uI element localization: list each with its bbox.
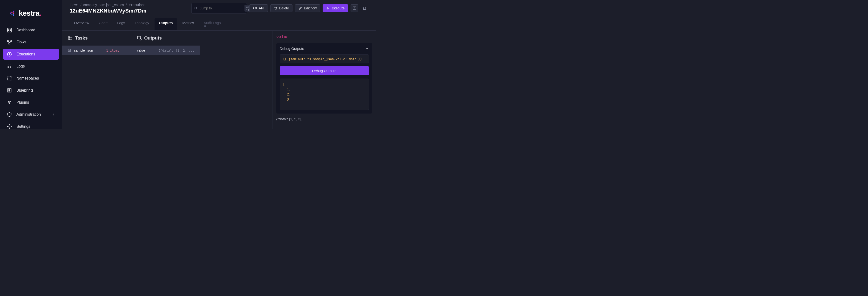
chevron-right-icon	[52, 113, 55, 116]
raw-output: {"data": [1, 2, 3]}	[276, 117, 372, 121]
nav-administration[interactable]: Administration	[3, 109, 59, 120]
pencil-icon	[299, 6, 302, 10]
task-icon	[68, 49, 71, 52]
tab-outputs[interactable]: Outputs	[155, 18, 177, 30]
administration-icon	[7, 112, 12, 117]
tab-gantt[interactable]: Gantt	[94, 18, 112, 30]
edit-flow-button[interactable]: Edit flow	[295, 4, 320, 12]
nav-label: Executions	[17, 52, 35, 56]
nav-label: Settings	[17, 124, 30, 129]
breadcrumb-namespace[interactable]: company.team.json_values	[83, 3, 124, 7]
blueprints-icon	[7, 88, 12, 93]
nav-label: Dashboard	[17, 28, 35, 32]
trash-icon	[274, 6, 277, 10]
nav: Dashboard Flows Executions Logs	[0, 25, 62, 129]
button-label: Edit flow	[304, 6, 317, 10]
nav-settings[interactable]: Settings	[3, 121, 59, 129]
nav-label: Namespaces	[17, 76, 39, 80]
output-value: {"data": [1, 2, ...	[158, 49, 194, 52]
nav-blueprints[interactable]: Blueprints	[3, 85, 59, 96]
svg-rect-11	[10, 40, 11, 42]
svg-rect-20	[68, 39, 70, 40]
svg-rect-19	[68, 37, 70, 38]
breadcrumb: Flows / company.team.json_values / Execu…	[70, 3, 146, 7]
debug-panel: value Debug Outputs Debug Outputs [ 1, 2…	[273, 31, 376, 129]
nav-flows[interactable]: Flows	[3, 37, 59, 48]
nav-label: Administration	[17, 112, 41, 117]
expression-input[interactable]	[280, 55, 369, 63]
jump-to-search[interactable]: Ctrl/Cmd + K	[191, 3, 247, 13]
outputs-column: Outputs value {"data": [1, 2, ...	[131, 31, 200, 129]
svg-rect-3	[13, 10, 14, 12]
debug-title: value	[276, 34, 372, 39]
main: Flows / company.team.json_values / Execu…	[62, 0, 376, 129]
tab-overview[interactable]: Overview	[70, 18, 94, 30]
tab-audit-logs: Audit Logs	[199, 18, 227, 30]
debug-outputs-button[interactable]: Debug Outputs	[280, 66, 369, 75]
svg-rect-6	[7, 28, 9, 30]
search-input[interactable]	[200, 6, 242, 10]
api-button[interactable]: API API	[249, 4, 268, 12]
task-count: 1 items	[106, 49, 119, 52]
debug-card: Debug Outputs Debug Outputs [ 1, 2, 3 ]	[276, 43, 372, 113]
svg-rect-14	[8, 77, 11, 80]
tasks-header: Tasks	[62, 31, 131, 45]
chevron-right-icon	[122, 49, 125, 52]
output-row[interactable]: value {"data": [1, 2, ...	[131, 45, 200, 55]
tab-metrics[interactable]: Metrics	[178, 18, 198, 30]
svg-rect-7	[10, 28, 11, 30]
flows-icon	[7, 39, 12, 45]
debug-result: [ 1, 2, 3 ]	[280, 78, 369, 110]
nav-label: Logs	[17, 64, 25, 68]
help-icon	[352, 6, 356, 10]
nav-namespaces[interactable]: Namespaces	[3, 73, 59, 84]
delete-button[interactable]: Delete	[270, 4, 292, 12]
svg-rect-12	[9, 43, 10, 44]
nav-plugins[interactable]: Plugins	[3, 97, 59, 108]
help-button[interactable]	[350, 4, 358, 12]
debug-card-header[interactable]: Debug Outputs	[280, 46, 369, 51]
button-label: API	[259, 6, 264, 10]
bell-icon	[362, 6, 367, 10]
outputs-header: Outputs	[131, 31, 200, 45]
execution-id: 12uE64MNZKNbuWVySmi7Dm	[70, 8, 146, 14]
tab-topology[interactable]: Topology	[130, 18, 154, 30]
plugins-icon	[7, 100, 12, 105]
logo-icon	[10, 10, 17, 16]
output-key: value	[137, 48, 145, 52]
spacer-column	[200, 31, 273, 129]
svg-rect-8	[7, 31, 9, 32]
logo: kestra.	[0, 9, 62, 25]
svg-point-16	[9, 126, 10, 127]
nav-executions[interactable]: Executions	[3, 49, 59, 60]
tab-logs[interactable]: Logs	[113, 18, 129, 30]
svg-point-17	[194, 7, 196, 9]
outputs-icon	[137, 36, 142, 40]
nav-label: Plugins	[17, 100, 29, 105]
tabs: Overview Gantt Logs Topology Outputs Met…	[70, 18, 368, 30]
nav-logs[interactable]: Logs	[3, 61, 59, 72]
execute-button[interactable]: Execute	[322, 4, 348, 12]
breadcrumb-executions[interactable]: Executions	[129, 3, 145, 7]
dashboard-icon	[7, 28, 12, 33]
task-name: sample_json	[74, 48, 103, 52]
svg-rect-2	[11, 13, 13, 15]
tasks-column: Tasks sample_json 1 items	[62, 31, 131, 129]
svg-rect-5	[13, 14, 14, 16]
tasks-icon	[68, 36, 72, 40]
logs-icon	[7, 64, 12, 69]
svg-rect-0	[10, 12, 11, 14]
nav-dashboard[interactable]: Dashboard	[3, 25, 59, 36]
sidebar: kestra. Dashboard Flows Executions	[0, 0, 62, 129]
svg-rect-4	[13, 12, 14, 14]
search-icon	[194, 6, 197, 10]
notifications-button[interactable]	[361, 4, 368, 12]
lock-icon	[204, 25, 222, 28]
header: Flows / company.team.json_values / Execu…	[62, 0, 376, 31]
executions-icon	[7, 52, 12, 57]
task-row[interactable]: sample_json 1 items	[62, 45, 131, 55]
button-label: Delete	[279, 6, 289, 10]
breadcrumb-flows[interactable]: Flows	[70, 3, 79, 7]
button-label: Execute	[332, 6, 345, 10]
lightning-icon	[326, 6, 330, 10]
